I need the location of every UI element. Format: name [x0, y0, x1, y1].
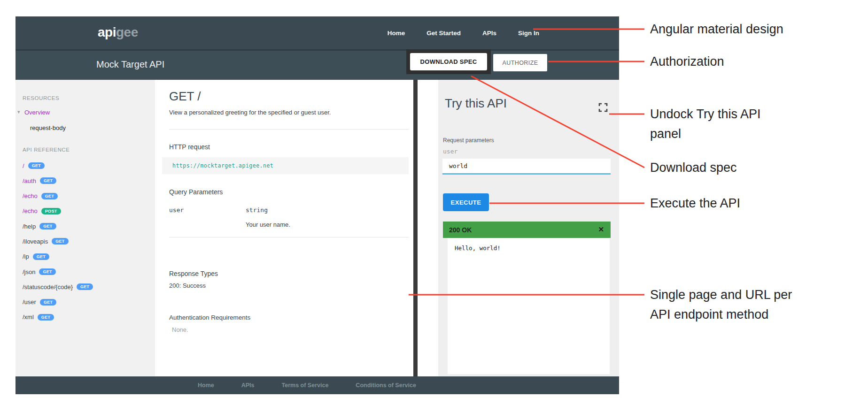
footer-link-terms-of-service[interactable]: Terms of Service — [282, 382, 329, 389]
sidebar-endpoint--user-get[interactable]: /userGET — [23, 298, 93, 307]
nav-link-home[interactable]: Home — [388, 30, 405, 37]
sidebar-endpoint--ip-get[interactable]: /ipGET — [23, 252, 93, 261]
apigee-logo[interactable]: apigee — [98, 25, 138, 40]
divider — [169, 237, 409, 237]
footer-link-home[interactable]: Home — [198, 382, 214, 389]
sidebar-endpoint--echo-post[interactable]: /echoPOST — [23, 206, 93, 216]
annotation-download-spec: Download spec — [650, 158, 737, 177]
endpoint-path: /statuscode/{code} — [23, 283, 73, 291]
method-badge-get: GET — [40, 299, 56, 306]
method-badge-get: GET — [77, 283, 93, 290]
http-request-header: HTTP request — [169, 143, 210, 151]
param-type: string — [246, 206, 268, 214]
resources-header: RESOURCES — [23, 95, 59, 101]
navbar-links: HomeGet StartedAPIsSign In — [388, 16, 539, 49]
endpoint-path: /json — [23, 268, 35, 275]
top-navbar: apigee HomeGet StartedAPIsSign In — [16, 16, 619, 49]
response-types-header: Response Types — [169, 270, 218, 277]
operation-title: GET / — [169, 89, 201, 104]
app-window: apigee HomeGet StartedAPIsSign In Mock T… — [16, 16, 619, 394]
footer-links: HomeAPIsTerms of ServiceConditions of Se… — [198, 376, 416, 394]
sidebar-item-request-body[interactable]: request-body — [30, 124, 66, 131]
user-field-label: user — [443, 148, 457, 155]
endpoint-path: / — [23, 162, 24, 169]
endpoint-path: /auth — [23, 177, 36, 184]
auth-requirements-value: None. — [172, 326, 188, 333]
sidebar-endpoint--echo-get[interactable]: /echoGET — [23, 191, 93, 201]
sidebar-endpoint--xml-get[interactable]: /xmlGET — [23, 313, 93, 322]
sidebar-endpoint--json-get[interactable]: /jsonGET — [23, 267, 93, 276]
endpoint-path: /help — [23, 223, 36, 230]
endpoint-path: /xml — [23, 314, 34, 321]
method-badge-get: GET — [38, 314, 54, 321]
nav-link-sign-in[interactable]: Sign In — [518, 30, 539, 37]
annotation-execute-the-api: Execute the API — [650, 193, 740, 213]
query-parameters-header: Query Parameters — [169, 188, 223, 196]
method-badge-get: GET — [52, 238, 68, 245]
request-parameters-label: Request parameters — [443, 137, 494, 144]
param-description: Your user name. — [246, 221, 290, 228]
sidebar-endpoint---get[interactable]: /GET — [23, 161, 93, 170]
method-badge-post: POST — [41, 208, 61, 214]
footer: HomeAPIsTerms of ServiceConditions of Se… — [16, 376, 619, 394]
http-request-url: https://mocktarget.apigee.net — [172, 162, 273, 169]
annotation-undock-try-this-api-panel: Undock Try this API panel — [650, 104, 791, 144]
operation-description: View a personalized greeting for the spe… — [169, 109, 331, 116]
method-badge-get: GET — [39, 223, 56, 229]
response-status-bar: 200 OK ✕ — [443, 222, 611, 238]
annotation-authorization: Authorization — [650, 52, 724, 71]
execute-button[interactable]: EXECUTE — [443, 193, 489, 211]
nav-link-get-started[interactable]: Get Started — [426, 30, 461, 37]
method-badge-get: GET — [28, 162, 45, 169]
sidebar-endpoint--iloveapis-get[interactable]: /iloveapisGET — [23, 237, 93, 246]
response-body-panel: Hello, world! — [448, 238, 610, 374]
sidebar-endpoint--auth-get[interactable]: /authGET — [23, 176, 93, 185]
api-reference-header: API REFERENCE — [23, 147, 70, 153]
logo-part-api: api — [98, 25, 116, 39]
close-icon[interactable]: ✕ — [598, 225, 604, 234]
endpoint-path: /echo — [23, 207, 38, 214]
authorize-button[interactable]: AUTHORIZE — [493, 54, 547, 71]
page-title: Mock Target API — [96, 59, 164, 70]
response-body-text: Hello, world! — [455, 245, 610, 252]
page: apigee HomeGet StartedAPIsSign In Mock T… — [0, 0, 868, 413]
divider — [169, 129, 409, 130]
nav-link-apis[interactable]: APIs — [482, 30, 496, 37]
footer-link-apis[interactable]: APIs — [241, 382, 255, 389]
overview-expand-caret-icon[interactable]: ▾ — [17, 109, 20, 115]
method-badge-get: GET — [40, 177, 56, 184]
endpoint-path: /iloveapis — [23, 238, 48, 245]
endpoint-path: /user — [23, 298, 36, 306]
undock-icon[interactable] — [598, 102, 608, 113]
auth-requirements-header: Authentication Requirements — [169, 314, 250, 321]
response-type-value: 200: Success — [169, 282, 206, 289]
endpoint-path: /echo — [23, 192, 38, 199]
method-badge-get: GET — [33, 253, 49, 260]
sidebar-endpoint--help-get[interactable]: /helpGET — [23, 222, 93, 231]
logo-part-gee: gee — [116, 25, 138, 39]
annotation-angular-material-design: Angular material design — [650, 19, 783, 39]
download-spec-button[interactable]: DOWNLOAD SPEC — [410, 53, 487, 70]
footer-link-conditions-of-service[interactable]: Conditions of Service — [356, 382, 416, 389]
fullscreen-corners-glyph — [598, 102, 608, 113]
response-status: 200 OK — [449, 226, 472, 234]
endpoint-path: /ip — [23, 253, 29, 260]
user-input[interactable] — [442, 159, 611, 175]
http-request-url-box: https://mocktarget.apigee.net — [162, 157, 409, 174]
annotation-single-page-and-url-per-api-en: Single page and URL per API endpoint met… — [650, 285, 812, 324]
sidebar-endpoint--statuscode-code--get[interactable]: /statuscode/{code}GET — [23, 282, 93, 291]
method-badge-get: GET — [39, 268, 55, 275]
method-badge-get: GET — [41, 193, 58, 199]
panel-scrollbar[interactable] — [413, 80, 418, 376]
try-api-title: Try this API — [445, 96, 507, 111]
sidebar-item-overview[interactable]: Overview — [24, 109, 50, 116]
endpoint-list: /GET/authGET/echoGET/echoPOST/helpGET/il… — [23, 161, 93, 328]
param-name: user — [169, 206, 184, 214]
